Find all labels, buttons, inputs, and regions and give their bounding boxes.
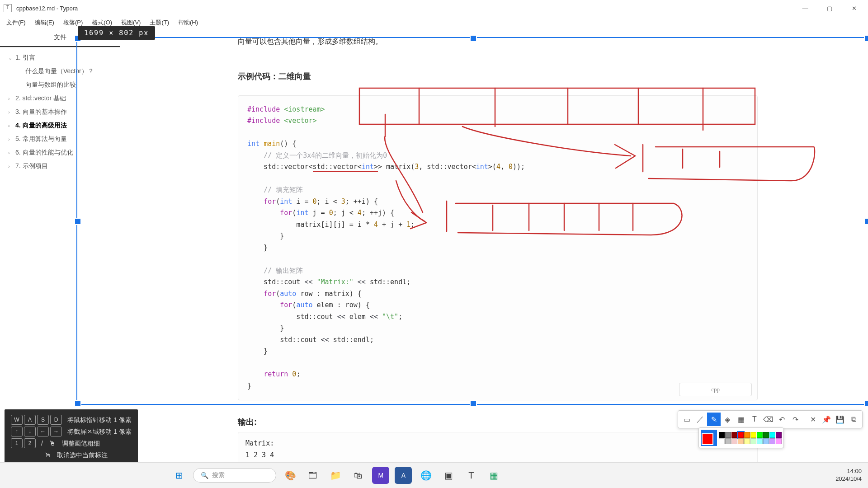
color-swatch[interactable] (725, 438, 731, 444)
outline-item[interactable]: ›3. 向量的基本操作 (0, 105, 120, 119)
color-swatch[interactable] (731, 432, 737, 438)
color-swatch[interactable] (731, 438, 737, 444)
minimize-button[interactable]: — (795, 1, 816, 15)
outline-label: 向量与数组的比较 (25, 81, 76, 89)
start-button[interactable]: ⊞ (170, 467, 188, 484)
color-swatch[interactable] (750, 438, 756, 444)
color-swatch[interactable] (738, 432, 744, 438)
menu-file[interactable]: 文件(F) (2, 17, 30, 28)
color-palette (698, 427, 784, 448)
outline-item[interactable]: ›5. 常用算法与向量 (0, 132, 120, 146)
taskbar-search[interactable]: 🔍搜索 (193, 468, 276, 483)
color-swatch[interactable] (776, 432, 782, 438)
menu-edit[interactable]: 编辑(E) (30, 17, 59, 28)
mouse-icon: 🖱 (43, 449, 52, 461)
current-color[interactable] (701, 430, 717, 446)
taskbar-app-icon[interactable]: 🎨 (282, 467, 299, 484)
output-line: 1 2 3 4 (245, 450, 750, 461)
outline-item-selected[interactable]: ›4. 向量的高级用法 (0, 119, 120, 132)
tool-eraser[interactable]: ⌫ (761, 413, 775, 426)
taskbar-app-icon[interactable]: ▣ (440, 467, 457, 484)
clock-time: 14:00 (835, 468, 862, 475)
heading: 示例代码：二维向量 (238, 71, 758, 82)
color-swatch[interactable] (738, 438, 744, 444)
color-swatch[interactable] (763, 438, 769, 444)
help-text: 调整画笔粗细 (62, 437, 100, 449)
outline-label: 4. 向量的高级用法 (15, 122, 67, 130)
taskbar-typora-icon[interactable]: T (462, 467, 480, 484)
taskbar-app-icon[interactable]: A (395, 467, 412, 484)
main-area: 文件 ⌄1. 引言 什么是向量（Vector）？ 向量与数组的比较 ›2. st… (0, 29, 868, 470)
code-comment: // 填充矩阵 (264, 186, 303, 194)
outline-label: 2. std::vector 基础 (15, 94, 66, 103)
color-swatch[interactable] (763, 432, 769, 438)
color-swatch[interactable] (757, 438, 763, 444)
clock-date: 2024/10/4 (835, 475, 862, 483)
save-button[interactable]: 💾 (833, 413, 847, 426)
color-swatch[interactable] (776, 438, 782, 444)
taskbar-clock[interactable]: 14:00 2024/10/4 (835, 468, 862, 483)
outline-label: 5. 常用算法与向量 (15, 135, 67, 143)
titlebar: T cppbase12.md - Typora — ▢ ✕ (0, 0, 868, 16)
taskbar-explorer-icon[interactable]: 📁 (327, 467, 344, 484)
code-comment: // 定义一个3x4的二维向量，初始化为0 (264, 151, 387, 160)
outline-label: 1. 引言 (15, 54, 35, 62)
outline-item[interactable]: 向量与数组的比较 (0, 78, 120, 92)
taskbar: ⊞ 🔍搜索 🎨 🗔 📁 🛍 M A 🌐 ▣ T ▦ 14:00 2024/10/… (0, 462, 868, 488)
taskbar-chrome-icon[interactable]: 🌐 (417, 467, 434, 484)
color-swatch[interactable] (719, 438, 725, 444)
search-icon: 🔍 (201, 472, 208, 479)
outline-item[interactable]: ›2. std::vector 基础 (0, 92, 120, 105)
tool-rect[interactable]: ▭ (680, 413, 693, 426)
undo-button[interactable]: ↶ (775, 413, 788, 426)
code-block[interactable]: #include <iostream> #include <vector> in… (238, 95, 758, 401)
separator (804, 414, 804, 424)
outline-item[interactable]: ›7. 示例项目 (0, 160, 120, 173)
color-swatch[interactable] (744, 438, 750, 444)
cancel-button[interactable]: ✕ (806, 413, 820, 426)
annotation-toolbar: ▭ ／ ✎ ◈ ▦ T ⌫ ↶ ↷ ✕ 📌 💾 ⧉ (678, 410, 863, 428)
sidebar: 文件 ⌄1. 引言 什么是向量（Vector）？ 向量与数组的比较 ›2. st… (0, 29, 120, 470)
editor[interactable]: 向量可以包含其他向量，形成多维数组结构。 示例代码：二维向量 #include … (120, 29, 868, 470)
tool-pen[interactable]: ✎ (707, 413, 721, 426)
outline-label: 什么是向量（Vector）？ (25, 67, 94, 75)
copy-button[interactable]: ⧉ (847, 413, 860, 426)
tool-marker[interactable]: ◈ (721, 413, 734, 426)
search-placeholder: 搜索 (212, 471, 225, 479)
outline-item[interactable]: 什么是向量（Vector）？ (0, 65, 120, 78)
pin-button[interactable]: 📌 (820, 413, 833, 426)
outline-item[interactable]: ›6. 向量的性能与优化 (0, 146, 120, 160)
taskbar-app-icon[interactable]: M (372, 467, 389, 484)
color-swatch[interactable] (757, 432, 763, 438)
code-lang-badge[interactable]: cpp (679, 383, 752, 396)
taskbar-app-icon[interactable]: ▦ (485, 467, 502, 484)
outline-label: 7. 示例项目 (15, 162, 48, 170)
selection-dimensions: 1699 × 802 px (78, 26, 155, 40)
code-comment: // 输出矩阵 (264, 267, 303, 275)
outline-label: 6. 向量的性能与优化 (15, 149, 73, 157)
tool-mosaic[interactable]: ▦ (734, 413, 748, 426)
color-swatch[interactable] (725, 432, 731, 438)
help-text: 将截屏区域移动 1 像素 (67, 426, 132, 437)
tool-text[interactable]: T (748, 413, 761, 426)
taskbar-app-icon[interactable]: 🗔 (304, 467, 321, 484)
close-button[interactable]: ✕ (844, 1, 864, 15)
color-swatch[interactable] (744, 432, 750, 438)
color-swatch[interactable] (750, 432, 756, 438)
mouse-icon: 🖱 (48, 437, 57, 449)
color-swatch[interactable] (719, 432, 725, 438)
paragraph: 向量可以包含其他向量，形成多维数组结构。 (238, 35, 758, 48)
menu-help[interactable]: 帮助(H) (174, 17, 203, 28)
window-title: cppbase12.md - Typora (16, 5, 78, 12)
tool-line[interactable]: ／ (693, 413, 707, 426)
redo-button[interactable]: ↷ (788, 413, 802, 426)
outline-item[interactable]: ⌄1. 引言 (0, 51, 120, 65)
maximize-button[interactable]: ▢ (819, 1, 840, 15)
help-text: 取消选中当前标注 (57, 449, 108, 461)
help-text: 将鼠标指针移动 1 像素 (67, 414, 132, 426)
outline: ⌄1. 引言 什么是向量（Vector）？ 向量与数组的比较 ›2. std::… (0, 47, 120, 177)
color-swatch[interactable] (769, 438, 775, 444)
taskbar-store-icon[interactable]: 🛍 (349, 467, 367, 484)
color-swatch[interactable] (769, 432, 775, 438)
output-block: Matrix: 1 2 3 4 (238, 432, 758, 467)
